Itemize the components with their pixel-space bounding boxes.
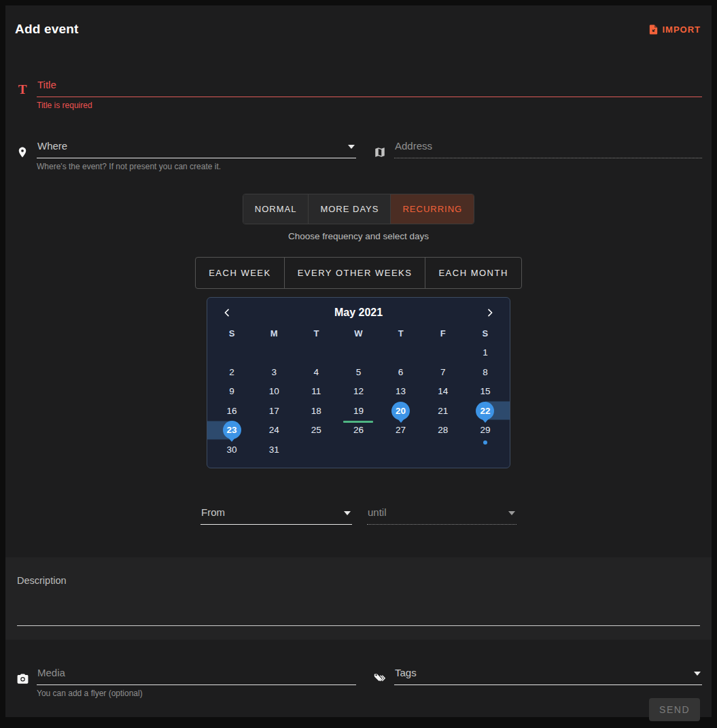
day-number: 17 <box>265 402 283 420</box>
prev-month-button[interactable] <box>220 306 234 319</box>
calendar-day-28[interactable]: 28 <box>422 421 464 440</box>
calendar-day-empty <box>422 440 464 460</box>
import-button[interactable]: IMPORT <box>648 24 701 35</box>
calendar-day-17[interactable]: 17 <box>253 401 295 421</box>
title-error-text: Title is required <box>37 101 702 110</box>
day-number: 4 <box>307 363 326 381</box>
day-number: 28 <box>434 421 452 439</box>
each-week-button[interactable]: EACH WEEK <box>196 258 285 288</box>
calendar-day-4[interactable]: 4 <box>295 362 337 382</box>
form-fields: T Title is required Where <box>5 37 712 525</box>
calendar-day-26[interactable]: 26 <box>337 421 379 440</box>
weekday-header: S <box>229 328 235 339</box>
description-input[interactable] <box>17 586 700 625</box>
frequency-options: EACH WEEK EVERY OTHER WEEKS EACH MONTH <box>15 257 702 289</box>
calendar-day-empty <box>380 440 422 460</box>
from-time-select[interactable]: From <box>200 504 352 525</box>
calendar-day-25[interactable]: 25 <box>295 421 337 440</box>
day-number: 8 <box>476 363 494 381</box>
calendar-day-5[interactable]: 5 <box>337 362 379 382</box>
weekday-header: S <box>483 328 489 339</box>
address-input[interactable] <box>394 137 702 158</box>
description-section: Description <box>5 557 712 640</box>
day-number: 13 <box>391 382 410 400</box>
day-number: 5 <box>349 363 368 381</box>
day-number: 22 <box>476 402 494 420</box>
calendar-day-21[interactable]: 21 <box>422 401 464 421</box>
calendar-day-1[interactable]: 1 <box>464 343 506 363</box>
calendar-day-16[interactable]: 16 <box>211 401 253 421</box>
day-number: 27 <box>391 421 410 439</box>
calendar-day-8[interactable]: 8 <box>464 362 506 382</box>
calendar: May 2021 SMTWTFS123456789101112131415161… <box>207 297 510 468</box>
tags-select[interactable]: Tags <box>394 664 702 685</box>
chevron-down-icon <box>694 672 701 676</box>
description-underline <box>17 625 700 626</box>
calendar-day-12[interactable]: 12 <box>337 382 379 402</box>
where-select[interactable]: Where <box>37 137 356 158</box>
until-time-select[interactable]: until <box>367 504 517 525</box>
calendar-day-31[interactable]: 31 <box>253 440 295 460</box>
calendar-day-24[interactable]: 24 <box>253 421 295 440</box>
media-tags-row: Tags You can add a flyer (optional) <box>5 664 712 698</box>
page-title: Add event <box>15 22 79 37</box>
tab-normal[interactable]: NORMAL <box>243 194 309 224</box>
location-pin-icon <box>15 146 30 158</box>
day-number: 11 <box>307 382 326 400</box>
calendar-day-empty <box>464 440 506 460</box>
weekday-header: F <box>440 328 446 339</box>
media-input[interactable] <box>37 664 356 685</box>
from-time-value: From <box>201 506 225 518</box>
dialog-header: Add event IMPORT <box>5 5 712 37</box>
calendar-day-empty <box>295 343 337 363</box>
calendar-day-6[interactable]: 6 <box>380 362 422 382</box>
calendar-day-27[interactable]: 27 <box>380 421 422 440</box>
calendar-day-7[interactable]: 7 <box>422 362 464 382</box>
location-row: Where <box>15 137 702 158</box>
time-row: From until <box>15 504 702 525</box>
title-input[interactable] <box>37 76 702 97</box>
calendar-day-2[interactable]: 2 <box>211 362 253 382</box>
day-number: 6 <box>391 363 410 381</box>
calendar-day-18[interactable]: 18 <box>295 401 337 421</box>
calendar-day-29[interactable]: 29 <box>464 421 506 440</box>
tags-icon <box>372 672 387 685</box>
day-number: 21 <box>434 402 452 420</box>
calendar-day-30[interactable]: 30 <box>211 440 253 460</box>
each-month-button[interactable]: EACH MONTH <box>425 258 521 288</box>
day-number: 20 <box>391 402 410 420</box>
calendar-day-empty <box>253 343 295 363</box>
calendar-day-13[interactable]: 13 <box>380 382 422 402</box>
calendar-day-15[interactable]: 15 <box>464 382 506 402</box>
calendar-day-19[interactable]: 19 <box>337 401 379 421</box>
dialog-footer: SEND <box>5 698 712 728</box>
weekday-header: T <box>313 328 319 339</box>
calendar-day-3[interactable]: 3 <box>253 362 295 382</box>
day-number: 9 <box>223 382 241 400</box>
calendar-day-20[interactable]: 20 <box>380 401 422 421</box>
calendar-day-14[interactable]: 14 <box>422 382 464 402</box>
tab-recurring[interactable]: RECURRING <box>391 194 474 224</box>
calendar-day-empty <box>422 343 464 363</box>
tab-more-days[interactable]: MORE DAYS <box>309 194 391 224</box>
next-month-button[interactable] <box>483 306 497 319</box>
event-mode-tabs: NORMAL MORE DAYS RECURRING <box>15 194 702 224</box>
day-number: 19 <box>349 402 368 420</box>
send-button[interactable]: SEND <box>649 698 700 721</box>
import-label: IMPORT <box>662 24 701 35</box>
calendar-day-11[interactable]: 11 <box>295 382 337 402</box>
calendar-day-10[interactable]: 10 <box>253 382 295 402</box>
day-number: 10 <box>265 382 283 400</box>
calendar-day-22[interactable]: 22 <box>464 401 506 421</box>
calendar-day-empty <box>211 343 253 363</box>
where-select-value: Where <box>37 140 67 152</box>
day-number: 12 <box>349 382 368 400</box>
calendar-day-23[interactable]: 23 <box>211 421 253 440</box>
title-icon: T <box>15 82 30 97</box>
calendar-month-label: May 2021 <box>334 307 383 319</box>
calendar-day-9[interactable]: 9 <box>211 382 253 402</box>
every-other-weeks-button[interactable]: EVERY OTHER WEEKS <box>285 258 426 288</box>
day-number: 30 <box>223 440 241 459</box>
chevron-down-icon <box>344 511 351 515</box>
title-field-row: T <box>15 76 702 97</box>
